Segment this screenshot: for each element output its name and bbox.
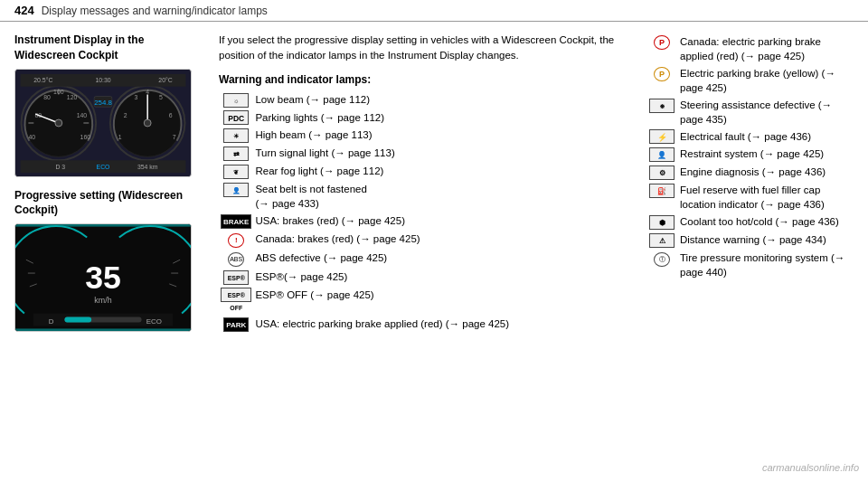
page-header: 424 Display messages and warning/indicat…: [0, 0, 868, 22]
lamp-text: Tire pressure monitoring system (→ page …: [678, 250, 854, 281]
svg-text:100: 100: [53, 88, 64, 94]
progressive-display-image: 35 km/h D ECO: [14, 223, 192, 332]
middle-column: If you select the progressive display se…: [219, 33, 631, 334]
lamp-text: USA: brakes (red) (→ page 425): [253, 213, 631, 231]
lamp-text: USA: electric parking brake applied (red…: [253, 316, 631, 334]
lamp-table-middle: ☼ Low beam (→ page 112) PDC Parking ligh…: [219, 91, 631, 334]
page-title: Display messages and warning/indicator l…: [42, 5, 268, 17]
lamp-icon-cell: !: [219, 231, 253, 250]
engine-diagnosis-icon: ⚙: [649, 165, 675, 180]
lamp-row: ⬢ Coolant too hot/cold (→ page 436): [646, 213, 854, 232]
lamp-text: Turn signal light (→ page 113): [253, 145, 631, 163]
lamp-text: Fuel reserve with fuel filler cap locati…: [678, 182, 854, 213]
lamp-text: High beam (→ page 113): [253, 127, 631, 145]
distance-warning-icon: ⚠: [649, 233, 675, 248]
lamp-row: BRAKE USA: brakes (red) (→ page 425): [219, 213, 631, 231]
lamp-text: Low beam (→ page 112): [253, 91, 631, 109]
lamp-icon-cell: P: [646, 33, 678, 64]
lamp-row: ☀ High beam (→ page 113): [219, 127, 631, 145]
park-brake-yellow-icon: P: [654, 67, 670, 81]
esp-off-icon: ESP® OFF: [221, 288, 251, 302]
lamp-icon-cell: PARK: [219, 316, 253, 334]
high-beam-icon: ☀: [223, 128, 249, 143]
svg-text:6: 6: [169, 112, 173, 118]
lamp-text: Electrical fault (→ page 436): [678, 128, 854, 146]
svg-text:ECO: ECO: [146, 318, 162, 326]
electrical-fault-icon: ⚡: [649, 129, 675, 144]
lamp-row: ⚙ Engine diagnosis (→ page 436): [646, 164, 854, 182]
lamp-icon-cell: ⚙: [646, 164, 678, 182]
lamp-row: Ⓣ Tire pressure monitoring system (→ pag…: [646, 250, 854, 281]
park-brake-usa-icon: PARK: [223, 317, 249, 332]
lamp-text: Canada: electric parking brake applied (…: [678, 33, 854, 64]
svg-text:1: 1: [118, 133, 122, 139]
svg-rect-38: [15, 329, 191, 332]
svg-text:35: 35: [85, 260, 121, 296]
svg-text:160: 160: [80, 133, 91, 139]
lamp-row: ⎈ Steering assistance defective (→ page …: [646, 96, 854, 128]
lamp-icon-cell: 👤: [646, 146, 678, 164]
svg-text:ECO: ECO: [97, 164, 111, 170]
svg-text:140: 140: [77, 112, 88, 118]
lamp-row: ABS ABS defective (→ page 425): [219, 250, 631, 269]
lamp-icon-cell: ⇄: [219, 145, 253, 163]
svg-text:5: 5: [159, 94, 163, 100]
watermark: carmanualsonline.info: [762, 462, 859, 473]
lamp-text: Rear fog light (→ page 112): [253, 163, 631, 181]
lamp-row: P Electric parking brake (yellow) (→ pag…: [646, 64, 854, 96]
lamp-icon-cell: ⬢: [646, 213, 678, 232]
left-column: Instrument Display in the Widescreen Coc…: [14, 33, 204, 334]
lamp-icon-cell: ❦: [219, 163, 253, 181]
lamp-icon-cell: ⚡: [646, 128, 678, 146]
lamp-row: ❦ Rear fog light (→ page 112): [219, 163, 631, 181]
lamp-text: Electric parking brake (yellow) (→ page …: [678, 64, 854, 96]
lamp-icon-cell: Ⓣ: [646, 250, 678, 281]
svg-rect-37: [15, 224, 191, 227]
lamp-icon-cell: ⛽: [646, 182, 678, 213]
lamp-text: Engine diagnosis (→ page 436): [678, 164, 854, 182]
svg-rect-50: [64, 317, 91, 323]
lamp-row: ⇄ Turn signal light (→ page 113): [219, 145, 631, 163]
lamp-text: Distance warning (→ page 434): [678, 232, 854, 250]
svg-text:354 km: 354 km: [137, 164, 158, 170]
lamp-row: ⛽ Fuel reserve with fuel filler cap loca…: [646, 182, 854, 213]
lamp-icon-cell: ESP® OFF: [219, 287, 253, 316]
lamp-icon-cell: ABS: [219, 250, 253, 269]
warning-title: Warning and indicator lamps:: [219, 73, 631, 86]
lamp-row: ESP® OFF ESP® OFF (→ page 425): [219, 287, 631, 316]
lamp-icon-cell: ⎈: [646, 96, 678, 128]
coolant-icon: ⬢: [649, 215, 675, 230]
lamp-text: Restraint system (→ page 425): [678, 146, 854, 164]
svg-text:3: 3: [134, 94, 137, 100]
turn-signal-icon: ⇄: [223, 146, 249, 161]
lamp-text: Canada: brakes (red) (→ page 425): [253, 231, 631, 250]
lamp-text: ESP®(→ page 425): [253, 269, 631, 287]
lamp-icon-cell: ⚠: [646, 232, 678, 250]
instrument-display-image: 40 60 80 100 120 140 160 254.8 1: [14, 69, 192, 177]
svg-text:40: 40: [29, 133, 36, 139]
lamp-icon-cell: ☼: [219, 91, 253, 109]
svg-text:km/h: km/h: [94, 296, 111, 305]
park-brake-canada-red-icon: P: [654, 35, 670, 50]
abs-icon: ABS: [228, 252, 244, 267]
svg-text:D 3: D 3: [55, 164, 65, 170]
lamp-icon-cell: 👤: [219, 181, 253, 213]
svg-text:4: 4: [146, 88, 149, 94]
section2-title: Progressive setting (Widescreen Cockpit): [14, 188, 204, 219]
section1-title: Instrument Display in the Widescreen Coc…: [14, 33, 204, 63]
lamp-icon-cell: PDC: [219, 109, 253, 127]
svg-text:254.8: 254.8: [94, 99, 112, 107]
svg-text:120: 120: [67, 94, 78, 100]
svg-text:D: D: [49, 318, 54, 326]
lamp-icon-cell: P: [646, 64, 678, 96]
seatbelt-icon: 👤: [223, 183, 249, 197]
lamp-row: ! Canada: brakes (red) (→ page 425): [219, 231, 631, 250]
lamp-text: Seat belt is not fastened(→ page 433): [253, 181, 631, 213]
lamp-text: ABS defective (→ page 425): [253, 250, 631, 269]
right-column: P Canada: electric parking brake applied…: [646, 33, 854, 334]
brake-usa-icon: BRAKE: [221, 214, 251, 229]
svg-text:20.5°C: 20.5°C: [33, 76, 52, 82]
restraint-system-icon: 👤: [649, 147, 675, 162]
steering-assist-icon: ⎈: [649, 99, 675, 113]
svg-text:10:30: 10:30: [95, 76, 110, 82]
